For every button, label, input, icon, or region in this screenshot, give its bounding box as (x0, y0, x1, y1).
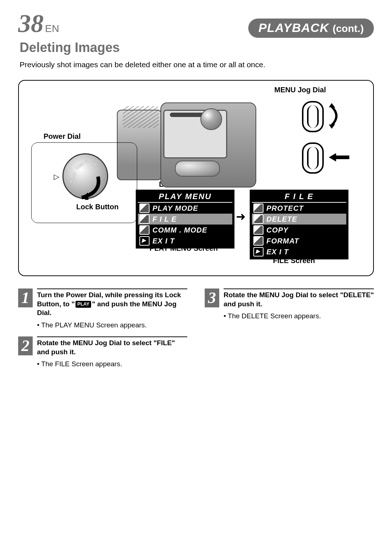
exit-icon (253, 247, 264, 257)
step-3: 3 Rotate the MENU Jog Dial to select "DE… (205, 288, 374, 320)
menu-row-format: FORMAT (252, 235, 346, 246)
file-menu-title: F I L E (252, 192, 346, 203)
section-cont: (cont.) (332, 23, 364, 35)
menu-row-exit: EX I T (252, 246, 346, 257)
menu-row-exit: EX I T (138, 235, 232, 246)
page-number-block: 38EN (18, 11, 59, 36)
menu-row-copy: COPY (252, 225, 346, 235)
step-title: Turn the Power Dial, while pressing its … (37, 291, 187, 318)
label-power-dial: Power Dial (44, 132, 81, 141)
menu-item-icon (253, 214, 264, 224)
menu-item-label: FORMAT (266, 237, 299, 245)
menu-item-label: F I L E (152, 215, 177, 223)
step-body: Turn the Power Dial, while pressing its … (37, 288, 187, 329)
dial-marker-icon: ▷ (54, 172, 59, 181)
play-menu-title: PLAY MENU (138, 192, 232, 203)
menu-item-icon (253, 203, 264, 213)
step-bullet: The DELETE Screen appears. (224, 312, 374, 320)
steps-right-column: 3 Rotate the MENU Jog Dial to select "DE… (205, 288, 374, 375)
step-bullet: The PLAY MENU Screen appears. (37, 321, 187, 329)
menu-item-icon (139, 225, 150, 235)
diagram-box: MENU Jog Dial Power Dial Lock Button LCD… (18, 80, 374, 276)
section-name: PLAYBACK (258, 21, 329, 35)
menu-item-label: DELETE (266, 215, 297, 223)
menu-item-label: PLAY MODE (152, 204, 198, 213)
menu-row-protect: PROTECT (252, 203, 346, 214)
jog-wheel-icon (302, 101, 324, 132)
jog-push (302, 142, 360, 174)
section-title: Deleting Images (20, 40, 374, 55)
step-number: 2 (18, 336, 33, 355)
step-title: Rotate the MENU Jog Dial to select "DELE… (224, 291, 374, 308)
menu-item-label: PROTECT (266, 204, 304, 213)
page-lang: EN (45, 23, 59, 34)
section-pill: PLAYBACK (cont.) (248, 19, 374, 38)
play-menu-screen: PLAY MENU PLAY MODE F I L E COMM . MODE … (136, 190, 234, 249)
step-title: Rotate the MENU Jog Dial to select "FILE… (37, 339, 187, 356)
svg-marker-3 (329, 153, 349, 161)
file-menu-screen: F I L E PROTECT DELETE COPY FORMAT EX I … (250, 190, 348, 259)
svg-marker-1 (329, 103, 335, 108)
jog-wheel-icon (302, 142, 324, 174)
menu-item-icon (139, 214, 150, 224)
step-bullet: The FILE Screen appears. (37, 360, 187, 368)
exit-icon (139, 236, 150, 246)
camera-illustration (117, 99, 258, 193)
jog-dial-illustrations (302, 101, 360, 184)
label-lcd-monitor: LCD monitor (159, 180, 203, 189)
page-header: 38EN PLAYBACK (cont.) (18, 11, 374, 38)
page-number: 38 (18, 9, 44, 37)
menu-item-icon (139, 203, 150, 213)
menu-item-icon (253, 225, 264, 235)
steps: 1 Turn the Power Dial, while pressing it… (18, 288, 374, 375)
menu-row-file: F I L E (138, 214, 232, 225)
menu-item-label: COMM . MODE (152, 226, 207, 234)
step-2: 2 Rotate the MENU Jog Dial to select "FI… (18, 336, 187, 368)
menu-item-label: EX I T (266, 248, 289, 256)
step-body: Rotate the MENU Jog Dial to select "FILE… (37, 336, 187, 368)
steps-left-column: 1 Turn the Power Dial, while pressing it… (18, 288, 187, 375)
jog-rotate (302, 101, 360, 132)
step-1: 1 Turn the Power Dial, while pressing it… (18, 288, 187, 329)
play-badge: PLAY (75, 301, 91, 308)
svg-marker-2 (329, 124, 335, 129)
step-body: Rotate the MENU Jog Dial to select "DELE… (224, 288, 374, 320)
jog-rotate-arrow-icon (329, 101, 343, 132)
menu-row-play-mode: PLAY MODE (138, 203, 232, 214)
step-number: 1 (18, 288, 33, 307)
dial-option-a: A (85, 159, 88, 164)
jog-push-arrow-icon (329, 152, 350, 164)
menu-row-comm-mode: COMM . MODE (138, 225, 232, 235)
intro-text: Previously shot images can be deleted ei… (20, 60, 374, 69)
menu-transition-arrow-icon: ➜ (236, 210, 246, 223)
menu-item-label: COPY (266, 226, 289, 234)
label-menu-jog-dial: MENU Jog Dial (274, 86, 326, 94)
step-number: 3 (205, 288, 219, 307)
manual-page: 38EN PLAYBACK (cont.) Deleting Images Pr… (0, 0, 392, 557)
menu-item-icon (253, 236, 264, 246)
power-dial-illustration: ▷ PLAY OFF A M (62, 153, 106, 197)
menu-item-label: EX I T (152, 237, 175, 245)
menu-row-delete: DELETE (252, 214, 346, 225)
